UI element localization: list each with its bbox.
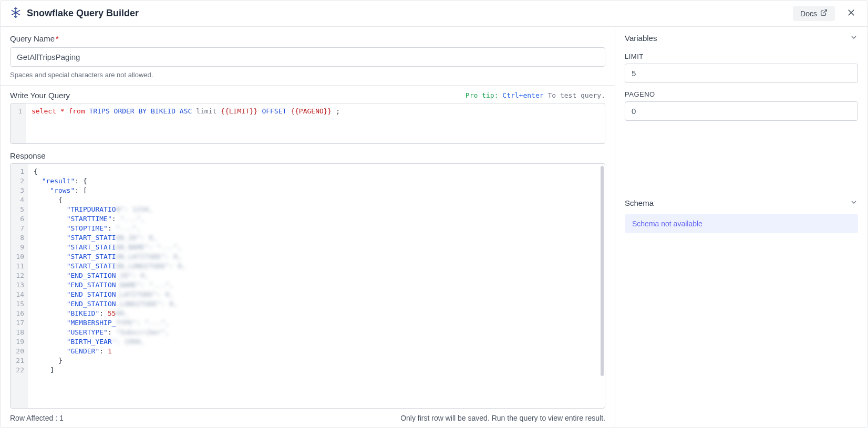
response-viewer[interactable]: 12345678910111213141516171819202122 { "r… xyxy=(10,163,605,409)
pro-tip: Pro tip: Ctrl+enter To test query. xyxy=(466,91,605,99)
write-query-label: Write Your Query xyxy=(10,91,70,100)
pro-tip-prefix: Pro tip: xyxy=(466,91,499,99)
required-star: * xyxy=(56,34,59,43)
app-title: Snowflake Query Builder xyxy=(27,8,139,19)
query-name-label-text: Query Name xyxy=(10,34,55,43)
svg-line-3 xyxy=(823,10,826,13)
docs-label: Docs xyxy=(800,9,817,18)
body-row: Query Name* Spaces and special character… xyxy=(1,27,867,427)
variables-label: Variables xyxy=(625,34,657,43)
query-name-input[interactable] xyxy=(10,47,605,67)
query-builder-window: Snowflake Query Builder Docs xyxy=(0,0,868,428)
titlebar-right: Docs xyxy=(793,6,858,21)
query-name-label: Query Name* xyxy=(10,34,605,43)
schema-banner: Schema not available xyxy=(625,214,858,233)
titlebar: Snowflake Query Builder Docs xyxy=(1,1,867,27)
pro-tip-shortcut: Ctrl+enter xyxy=(502,91,543,99)
query-line-1: 1 xyxy=(18,107,22,115)
schema-spacer xyxy=(615,233,867,427)
schema-label: Schema xyxy=(625,199,654,207)
write-query-section: Write Your Query Pro tip: Ctrl+enter To … xyxy=(1,86,615,144)
var-pageno-input[interactable] xyxy=(625,101,858,121)
snowflake-icon xyxy=(10,7,22,20)
row-affected: Row Affected : 1 xyxy=(10,414,64,422)
var-pageno-label: PAGENO xyxy=(625,90,858,98)
response-label: Response xyxy=(10,151,605,160)
docs-button[interactable]: Docs xyxy=(793,6,835,21)
write-query-header: Write Your Query Pro tip: Ctrl+enter To … xyxy=(10,91,605,100)
chevron-down-icon xyxy=(850,33,858,43)
main-column: Query Name* Spaces and special character… xyxy=(1,27,615,427)
footer-hint: Only first row will be saved. Run the qu… xyxy=(400,414,605,422)
var-limit-input[interactable] xyxy=(625,64,858,83)
scrollbar-thumb[interactable] xyxy=(601,166,604,376)
query-name-section: Query Name* Spaces and special character… xyxy=(1,27,615,86)
schema-body: Schema not available xyxy=(615,214,867,233)
query-name-helper: Spaces and special characters are not al… xyxy=(10,71,605,79)
side-column: Variables LIMIT PAGENO Schema Schema not… xyxy=(615,27,867,427)
response-content[interactable]: { "result": { "rows": [ { "TRIPDURATION"… xyxy=(28,164,605,408)
close-button[interactable] xyxy=(844,6,858,21)
schema-header[interactable]: Schema xyxy=(615,192,867,214)
query-editor[interactable]: 1 select * from TRIPS ORDER BY BIKEID AS… xyxy=(10,103,605,144)
var-limit-label: LIMIT xyxy=(625,53,858,60)
response-section: Response 1234567891011121314151617181920… xyxy=(1,144,615,409)
response-gutter: 12345678910111213141516171819202122 xyxy=(11,164,28,408)
external-link-icon xyxy=(820,9,828,18)
variables-body: LIMIT PAGENO xyxy=(615,49,867,127)
close-icon xyxy=(846,11,856,19)
variables-spacer xyxy=(615,127,867,192)
titlebar-left: Snowflake Query Builder xyxy=(10,7,139,20)
footer: Row Affected : 1 Only first row will be … xyxy=(1,409,615,427)
chevron-down-icon xyxy=(850,198,858,208)
query-code[interactable]: select * from TRIPS ORDER BY BIKEID ASC … xyxy=(26,103,605,143)
query-gutter: 1 xyxy=(11,103,26,143)
variables-header[interactable]: Variables xyxy=(615,27,867,49)
pro-tip-suffix: To test query. xyxy=(547,91,605,99)
